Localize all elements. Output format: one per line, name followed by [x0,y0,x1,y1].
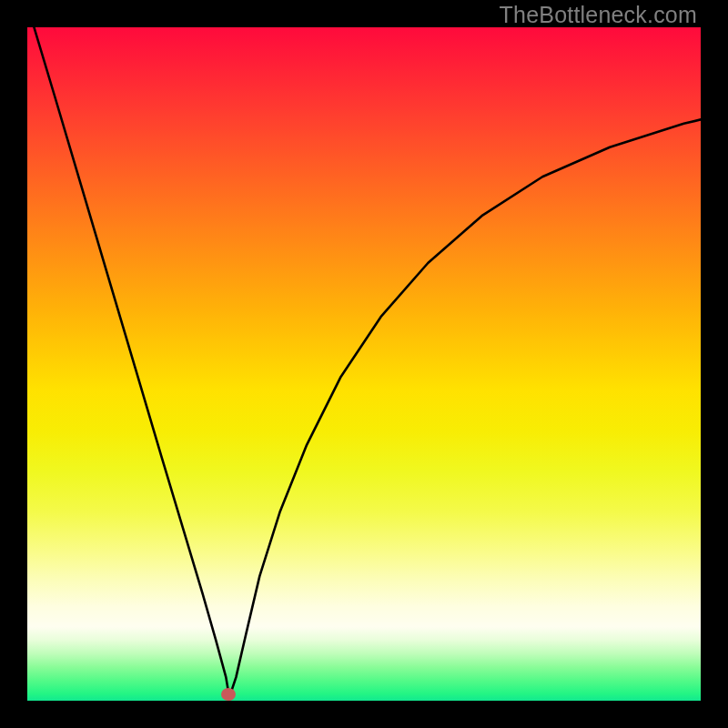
plot-area [27,27,701,701]
watermark-text: TheBottleneck.com [500,2,697,28]
bottleneck-curve [34,27,701,697]
curve-svg [27,27,701,701]
minimum-marker [221,688,236,701]
